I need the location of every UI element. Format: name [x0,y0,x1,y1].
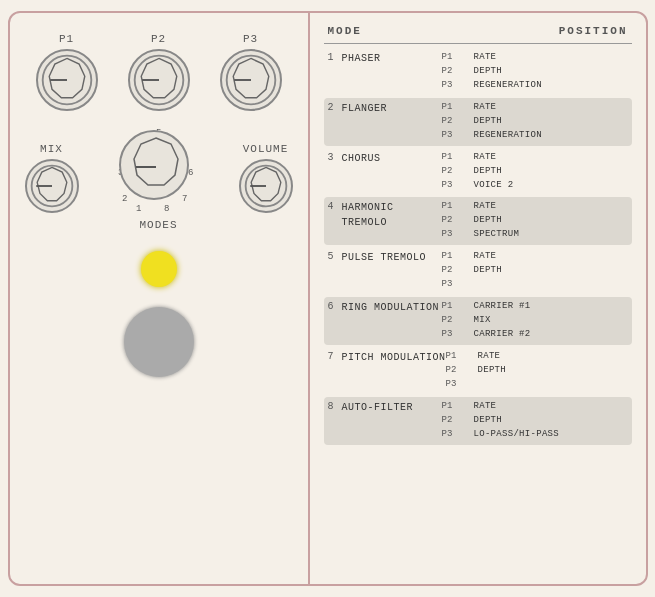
mode-num-6: 6 [328,300,342,312]
svg-text:8: 8 [164,204,169,214]
mode-name-6: RING MODULATION [342,300,442,315]
p2-label: P2 [151,33,166,45]
param-label: P3 [442,278,470,292]
mode-name-2: FLANGER [342,101,442,116]
param-label: P1 [442,151,470,165]
param-label: P1 [442,200,470,214]
mode-values-2: RATEDEPTHREGENERATION [474,101,542,143]
mode-row-1: 1PHASERP1P2P3RATEDEPTHREGENERATION [324,48,632,96]
param-val: SPECTRUM [474,228,520,242]
mode-values-4: RATEDEPTHSPECTRUM [474,200,520,242]
mode-num-2: 2 [328,101,342,113]
param-label: P1 [442,51,470,65]
p1-knob[interactable] [36,49,98,111]
mode-params-1: P1P2P3 [442,51,470,93]
right-panel: MODE POSITION 1PHASERP1P2P3RATEDEPTHREGE… [310,13,646,584]
param-label: P3 [442,228,470,242]
modes-knob-area: 3 4 5 6 7 8 1 2 [114,125,204,215]
volume-knob[interactable] [239,159,293,213]
p1-label: P1 [59,33,74,45]
mode-values-5: RATEDEPTH [474,250,503,278]
mode-num-4: 4 [328,200,342,212]
mode-params-8: P1P2P3 [442,400,470,442]
param-val: MIX [474,314,531,328]
volume-knob-svg [241,155,291,217]
mode-num-3: 3 [328,151,342,163]
modes-knob-svg [121,132,191,202]
mode-values-3: RATEDEPTHVOICE 2 [474,151,514,193]
modes-section: 3 4 5 6 7 8 1 2 [114,125,204,231]
param-val: LO-PASS/HI-PASS [474,428,560,442]
param-label: P2 [442,214,470,228]
param-val: DEPTH [474,264,503,278]
svg-marker-20 [134,138,178,185]
p1-knob-container: P1 [36,33,98,111]
mode-params-3: P1P2P3 [442,151,470,193]
param-val: RATE [474,151,514,165]
mode-row-6: 6RING MODULATIONP1P2P3CARRIER #1MIXCARRI… [324,297,632,345]
param-label: P1 [446,350,474,364]
mode-row-7: 7PITCH MODULATIONP1P2P3RATEDEPTH [324,347,632,395]
table-header: MODE POSITION [324,25,632,44]
param-val: RATE [474,101,542,115]
param-val: RATE [474,200,520,214]
param-val: DEPTH [474,414,560,428]
param-label: P2 [442,314,470,328]
param-val: RATE [474,400,560,414]
mode-row-5: 5PULSE TREMOLOP1P2P3RATEDEPTH [324,247,632,295]
param-label: P3 [442,129,470,143]
mode-values-7: RATEDEPTH [478,350,507,378]
mix-knob[interactable] [25,159,79,213]
left-panel: P1 P2 [10,13,310,584]
main-container: P1 P2 [8,11,648,586]
mode-values-8: RATEDEPTHLO-PASS/HI-PASS [474,400,560,442]
p3-label: P3 [243,33,258,45]
footswitch-button[interactable] [124,307,194,377]
param-label: P2 [442,65,470,79]
param-label: P1 [442,250,470,264]
mode-num-5: 5 [328,250,342,262]
param-val: DEPTH [474,214,520,228]
param-val: RATE [478,350,507,364]
mode-name-7: PITCH MODULATION [342,350,446,365]
param-val: DEPTH [478,364,507,378]
p3-knob[interactable] [220,49,282,111]
volume-label: VOLUME [243,143,289,155]
mode-name-5: PULSE TREMOLO [342,250,442,265]
header-position: POSITION [559,25,628,37]
mode-name-3: CHORUS [342,151,442,166]
p1-knob-svg [38,49,96,111]
param-val: REGENERATION [474,79,542,93]
param-label: P1 [442,400,470,414]
mode-row-8: 8AUTO-FILTERP1P2P3RATEDEPTHLO-PASS/HI-PA… [324,397,632,445]
mode-row-2: 2FLANGERP1P2P3RATEDEPTHREGENERATION [324,98,632,146]
p3-knob-svg [222,49,280,111]
param-label: P2 [442,115,470,129]
led-yellow[interactable] [141,251,177,287]
param-label: P2 [446,364,474,378]
modes-label: MODES [139,219,177,231]
param-val: RATE [474,51,542,65]
mode-num-7: 7 [328,350,342,362]
param-val: DEPTH [474,65,542,79]
svg-text:1: 1 [136,204,141,214]
param-label: P2 [442,264,470,278]
p2-knob[interactable] [128,49,190,111]
param-val: CARRIER #2 [474,328,531,342]
mode-params-6: P1P2P3 [442,300,470,342]
mode-num-1: 1 [328,51,342,63]
mode-params-4: P1P2P3 [442,200,470,242]
top-knob-row: P1 P2 [25,33,293,111]
param-label: P3 [442,328,470,342]
middle-row: MIX 3 [25,125,293,231]
mix-label: MIX [40,143,63,155]
volume-knob-container: VOLUME [239,143,293,213]
param-val: CARRIER #1 [474,300,531,314]
mode-row-3: 3CHORUSP1P2P3RATEDEPTHVOICE 2 [324,148,632,196]
mode-params-5: P1P2P3 [442,250,470,292]
mode-params-7: P1P2P3 [446,350,474,392]
mix-knob-container: MIX [25,143,79,213]
modes-knob[interactable] [119,130,189,200]
param-label: P1 [442,300,470,314]
param-val: DEPTH [474,115,542,129]
